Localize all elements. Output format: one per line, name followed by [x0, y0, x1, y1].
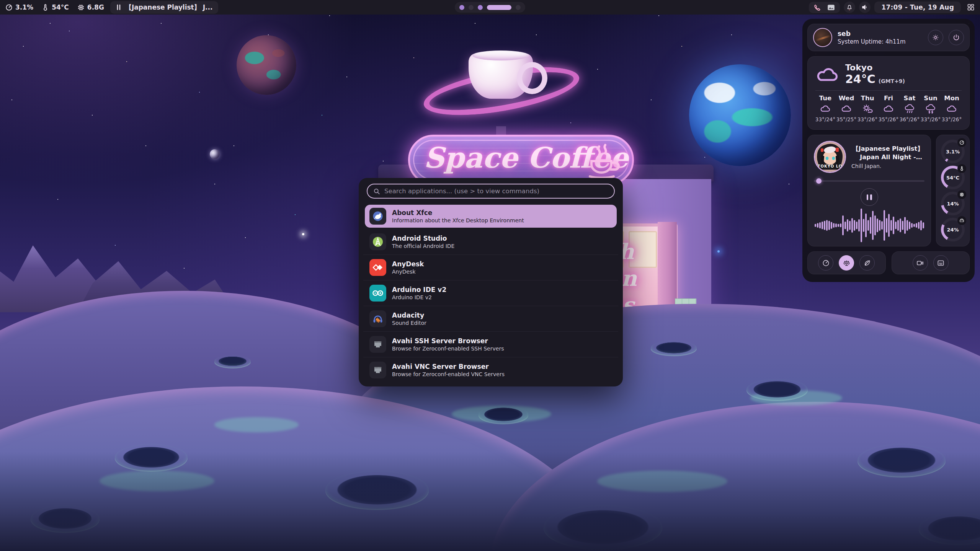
image-icon[interactable] — [827, 4, 835, 11]
app-title: AnyDesk — [392, 260, 424, 268]
app-row-arduino[interactable]: Arduino IDE v2Arduino IDE v2 — [365, 282, 617, 305]
leaf-icon — [864, 259, 871, 267]
temperature-gauge: 54°C — [941, 166, 965, 189]
purple-planet — [237, 35, 296, 95]
sign-text: Space Coffee — [424, 141, 592, 174]
bell-icon — [846, 4, 853, 11]
workspace-dot[interactable] — [478, 5, 483, 10]
app-row-about-xfce[interactable]: About XfceInformation about the Xfce Des… — [365, 205, 617, 228]
track-title: 【Japanese Playlist】 Japan All Night - To… — [851, 145, 924, 162]
search-input[interactable] — [384, 187, 608, 195]
app-row-avahi-vnc[interactable]: Avahi VNC Server BrowserBrowse for Zeroc… — [365, 359, 617, 381]
workspace-indicator[interactable] — [455, 2, 525, 13]
system-gauges-card: 3.1% 54°C 14% 24% — [936, 135, 970, 246]
balanced-mode-button[interactable] — [839, 255, 854, 271]
clock[interactable]: 17:09 - Tue, 19 Aug — [874, 2, 961, 13]
pause-icon — [116, 4, 121, 10]
app-description: The official Android IDE — [392, 243, 454, 249]
progress-knob[interactable] — [816, 178, 822, 184]
app-description: Arduino IDE v2 — [392, 294, 446, 300]
speaker-icon — [861, 4, 868, 11]
forecast-day: Sun 33°/26° — [921, 95, 941, 122]
settings-button[interactable] — [928, 30, 943, 45]
forecast-day: Fri 35°/26° — [879, 95, 898, 122]
top-bar: 3.1% 54°C 6.8G 【Japanese Playlist】 J... — [0, 0, 980, 15]
weather-timezone: (GMT+9) — [879, 78, 905, 84]
android-studio-icon — [369, 233, 386, 250]
album-art-text: TOKYO LO — [815, 164, 845, 168]
app-row-audacity[interactable]: AudacitySound Editor — [365, 307, 617, 330]
gauge-icon — [5, 4, 13, 11]
app-description: AnyDesk — [392, 269, 424, 275]
system-tray[interactable] — [809, 2, 840, 13]
floating-coffee-cup — [469, 54, 533, 99]
memory-value: 6.8G — [87, 3, 104, 11]
app-title: About Xfce — [392, 209, 524, 217]
power-button[interactable] — [949, 30, 964, 45]
small-moon — [210, 149, 220, 159]
track-artist: Chill Japan. — [851, 163, 924, 169]
audacity-icon — [369, 310, 386, 327]
weather-city: Tokyo — [845, 63, 905, 72]
music-player-card: TOKYO LO 【Japanese Playlist】 Japan All N… — [807, 135, 931, 246]
weather-forecast: Tue 33°/24° Wed 35°/25° Thu 33°/26° Fri … — [815, 95, 962, 122]
screenshot-button[interactable] — [933, 255, 949, 271]
screen-record-button[interactable] — [913, 255, 928, 271]
capture-card — [892, 251, 970, 274]
cloud-icon — [946, 104, 957, 114]
app-description: Sound Editor — [392, 320, 426, 326]
xfce-app-icon — [369, 208, 386, 225]
app-row-android-studio[interactable]: Android StudioThe official Android IDE — [365, 230, 617, 253]
forecast-day: Sat 36°/26° — [900, 95, 920, 122]
now-playing-text: 【Japanese Playlist】 J... — [125, 3, 212, 12]
forecast-day: Mon 33°/26° — [942, 95, 962, 122]
chip-icon — [959, 192, 964, 197]
memory-stat: 6.8G — [77, 3, 104, 11]
phone-icon[interactable] — [814, 4, 821, 11]
power-profile-card — [807, 251, 886, 274]
user-card: seb System Uptime: 4h11m — [807, 24, 970, 51]
app-title: Avahi VNC Server Browser — [392, 363, 505, 370]
app-title: Android Studio — [392, 235, 454, 242]
now-playing-pill[interactable]: 【Japanese Playlist】 J... — [110, 1, 218, 14]
performance-mode-button[interactable] — [818, 255, 833, 271]
thermometer-icon — [42, 4, 49, 11]
volume-button[interactable] — [859, 2, 871, 13]
cloud-icon — [841, 104, 852, 114]
temperature-stat: 54°C — [42, 3, 69, 11]
app-row-anydesk[interactable]: AnyDeskAnyDesk — [365, 256, 617, 279]
disk-gauge: 24% — [941, 218, 965, 241]
forecast-day: Tue 33°/24° — [815, 95, 835, 122]
grid-icon — [967, 3, 975, 11]
gauge-icon — [959, 140, 964, 145]
workspace-dot[interactable] — [459, 5, 464, 10]
side-panel: seb System Uptime: 4h11m Tokyo 24°C (GMT… — [802, 19, 975, 282]
app-list: About XfceInformation about the Xfce Des… — [359, 205, 623, 381]
rain-cloud-icon — [904, 104, 915, 114]
app-description: Information about the Xfce Desktop Envir… — [392, 217, 524, 223]
workspace-dot[interactable] — [469, 5, 474, 10]
sun-cloud-icon — [862, 104, 873, 114]
gauge-icon — [822, 259, 830, 267]
username: seb — [838, 30, 906, 37]
network-jack-icon — [369, 362, 386, 378]
disk-icon — [959, 218, 964, 223]
workspace-dot[interactable] — [516, 5, 521, 10]
workspace-dot-active[interactable] — [487, 5, 511, 10]
screenshot-icon — [937, 259, 944, 267]
play-pause-button[interactable] — [861, 188, 878, 206]
cloud-icon — [815, 65, 839, 83]
temperature-value: 54°C — [52, 3, 69, 11]
neon-coffee-cup-icon — [585, 143, 621, 181]
track-progress-bar[interactable] — [814, 178, 924, 184]
earth-planet — [689, 64, 791, 166]
launcher-search[interactable] — [367, 184, 615, 199]
app-row-avahi-ssh[interactable]: Avahi SSH Server BrowserBrowse for Zeroc… — [365, 333, 617, 356]
app-grid-button[interactable] — [967, 3, 975, 11]
app-title: Audacity — [392, 311, 426, 319]
search-icon — [373, 188, 380, 195]
memory-gauge: 14% — [941, 192, 965, 215]
system-uptime: System Uptime: 4h11m — [838, 38, 906, 45]
notifications-button[interactable] — [844, 2, 855, 13]
power-saver-mode-button[interactable] — [859, 255, 875, 271]
